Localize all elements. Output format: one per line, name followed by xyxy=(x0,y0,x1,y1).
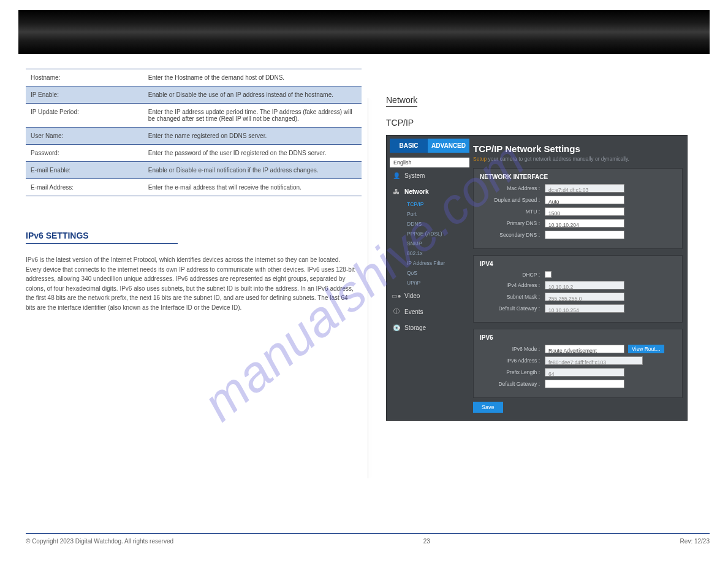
table-row: E-mail Enable:Enable or Disable e-mail n… xyxy=(26,162,362,179)
nav-storage[interactable]: 💽 Storage xyxy=(390,320,469,335)
table-row: Hostname:Enter the Hostname of the deman… xyxy=(26,69,362,86)
row-label: User Name: xyxy=(26,128,143,145)
subnav-upnp[interactable]: UPnP xyxy=(407,278,469,288)
ipv4addr-field[interactable]: 10.10.10.2 xyxy=(545,281,624,289)
row-desc: Enable or Disable e-mail notification if… xyxy=(143,162,362,179)
tcpip-subheading: TCP/IP xyxy=(386,118,699,128)
nav-system[interactable]: 👤 System xyxy=(390,167,469,183)
mac-field: dc:e7:d4:df:c1:03 xyxy=(545,184,624,193)
tcpip-settings-screenshot: BASIC ADVANCED English 👤 System 🖧 Networ… xyxy=(386,135,688,421)
column-separator xyxy=(368,98,368,478)
ipv6addr-field[interactable]: fe80::dee7:d4ff:fedf:c103 xyxy=(545,356,643,365)
page-footer: © Copyright 2023 Digital Watchdog. All r… xyxy=(26,533,710,545)
pane-subtitle: Setup your camera to get network address… xyxy=(473,156,683,162)
nav-events[interactable]: ⓘ Events xyxy=(390,304,469,320)
nav-label: Storage xyxy=(404,324,426,331)
card-title: IPV6 xyxy=(480,334,676,341)
card-ipv6: IPV6 IPv6 Mode : Route Advertisement Vie… xyxy=(473,329,683,398)
nav-network[interactable]: 🖧 Network xyxy=(390,183,469,199)
pane-title: TCP/IP Network Settings xyxy=(473,144,683,154)
row-desc: Enter the IP address update period time.… xyxy=(143,104,362,128)
row-desc: Enable or Disable the use of an IP addre… xyxy=(143,86,362,104)
table-row: E-mail Address:Enter the e-mail address … xyxy=(26,179,362,196)
subnav-8021x[interactable]: 802.1x xyxy=(407,248,469,258)
card-title: NETWORK INTERFACE xyxy=(480,174,676,180)
dhcp-checkbox[interactable] xyxy=(545,271,552,278)
gw6-field[interactable] xyxy=(545,380,624,388)
tab-basic[interactable]: BASIC xyxy=(390,139,428,153)
card-network-interface: NETWORK INTERFACE Mac Address :dc:e7:d4:… xyxy=(473,168,683,249)
subnav-port[interactable]: Port xyxy=(407,209,469,219)
settings-pane: TCP/IP Network Settings Setup your camer… xyxy=(473,144,683,413)
ipv6mode-select[interactable]: Route Advertisement xyxy=(545,345,624,353)
mac-label: Mac Address : xyxy=(480,185,545,191)
screenshot-left-nav: BASIC ADVANCED English 👤 System 🖧 Networ… xyxy=(390,139,469,335)
language-select[interactable]: English xyxy=(390,158,469,167)
nav-video[interactable]: ▭● Video xyxy=(390,288,469,304)
sdns-label: Secondary DNS : xyxy=(480,232,545,238)
nav-label: Video xyxy=(404,293,420,299)
ddns-settings-table: Hostname:Enter the Hostname of the deman… xyxy=(26,69,362,196)
gw4-field[interactable]: 10.10.10.254 xyxy=(545,304,624,313)
ipv4addr-label: IPv4 Address : xyxy=(480,282,545,288)
duplex-select[interactable]: Auto xyxy=(545,196,624,204)
revision-text: Rev: 12/23 xyxy=(680,538,710,545)
row-label: IP Enable: xyxy=(26,86,143,104)
subnav-ipfilter[interactable]: IP Address Filter xyxy=(407,258,469,268)
pdns-field[interactable]: 10.10.10.204 xyxy=(545,219,624,228)
ipv6-body-text: IPv6 is the latest version of the Intern… xyxy=(26,255,357,312)
nav-network-sub: TCP/IP Port DDNS PPPoE (ADSL) SNMP 802.1… xyxy=(390,199,469,288)
table-row: IP Enable:Enable or Disable the use of a… xyxy=(26,86,362,104)
video-icon: ▭● xyxy=(392,291,401,300)
subnav-ddns[interactable]: DDNS xyxy=(407,219,469,229)
ipv6-heading: IPv6 SETTINGS xyxy=(26,231,362,240)
mtu-label: MTU : xyxy=(480,209,545,215)
row-label: Password: xyxy=(26,145,143,162)
plen-label: Prefix Length : xyxy=(480,369,545,375)
alert-icon: ⓘ xyxy=(392,307,401,316)
save-button[interactable]: Save xyxy=(473,402,503,413)
row-desc: Enter the Hostname of the demand host of… xyxy=(143,69,362,86)
tab-advanced[interactable]: ADVANCED xyxy=(428,139,469,153)
table-row: User Name:Enter the name registered on D… xyxy=(26,128,362,145)
gw4-label: Default Gateway : xyxy=(480,305,545,312)
subnav-pppoe[interactable]: PPPoE (ADSL) xyxy=(407,229,469,239)
copyright-text: © Copyright 2023 Digital Watchdog. All r… xyxy=(26,538,173,545)
view-routes-button[interactable]: View Rout… xyxy=(628,345,664,353)
page-number: 23 xyxy=(423,538,430,545)
subnav-snmp[interactable]: SNMP xyxy=(407,239,469,248)
footer-rule xyxy=(26,533,710,534)
ipv6mode-label: IPv6 Mode : xyxy=(480,346,545,352)
subnav-qos[interactable]: QoS xyxy=(407,268,469,278)
mask-field[interactable]: 255.255.255.0 xyxy=(545,293,624,301)
network-icon: 🖧 xyxy=(392,187,401,196)
row-label: E-mail Enable: xyxy=(26,162,143,179)
top-banner xyxy=(18,10,710,54)
row-label: IP Update Period: xyxy=(26,104,143,128)
ipv6addr-label: IPv6 Address : xyxy=(480,358,545,364)
dhcp-label: DHCP : xyxy=(480,272,545,278)
duplex-label: Duplex and Speed : xyxy=(480,197,545,203)
nav-label: System xyxy=(404,172,425,179)
sdns-field[interactable] xyxy=(545,231,624,239)
nav-label: Events xyxy=(404,308,423,315)
card-ipv4: IPV4 DHCP : IPv4 Address :10.10.10.2 Sub… xyxy=(473,255,683,323)
subnav-tcpip[interactable]: TCP/IP xyxy=(407,199,469,209)
nav-label: Network xyxy=(404,188,428,195)
gw6-label: Default Gateway : xyxy=(480,381,545,387)
row-label: E-mail Address: xyxy=(26,179,143,196)
row-desc: Enter the name registered on DDNS server… xyxy=(143,128,362,145)
user-icon: 👤 xyxy=(392,171,401,180)
table-row: Password:Enter the password of the user … xyxy=(26,145,362,162)
plen-field[interactable]: 64 xyxy=(545,368,624,377)
disk-icon: 💽 xyxy=(392,323,401,332)
row-label: Hostname: xyxy=(26,69,143,86)
network-heading: Network xyxy=(386,95,417,107)
row-desc: Enter the e-mail address that will recei… xyxy=(143,179,362,196)
mtu-field[interactable]: 1500 xyxy=(545,207,624,216)
pdns-label: Primary DNS : xyxy=(480,220,545,226)
mask-label: Subnet Mask : xyxy=(480,294,545,300)
ipv6-heading-rule xyxy=(26,243,178,244)
row-desc: Enter the password of the user ID regist… xyxy=(143,145,362,162)
table-row: IP Update Period:Enter the IP address up… xyxy=(26,104,362,128)
